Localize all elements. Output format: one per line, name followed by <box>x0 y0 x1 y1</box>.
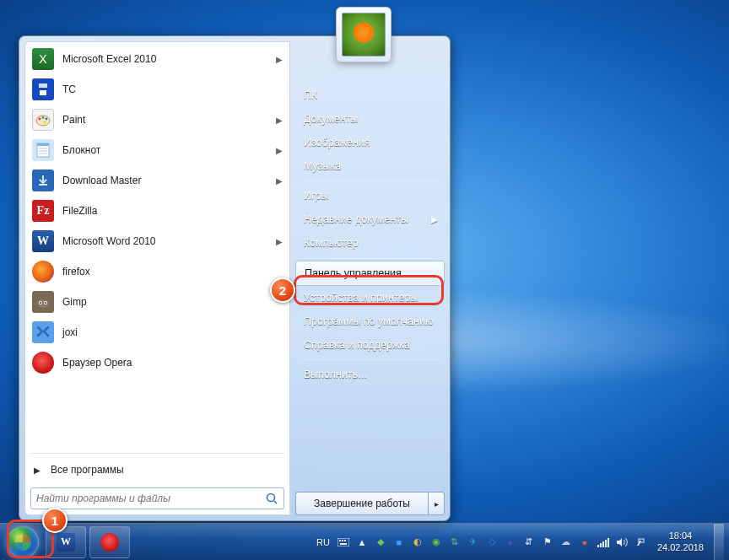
search-input[interactable] <box>36 493 265 504</box>
start-button[interactable] <box>3 524 42 561</box>
right-item-recent-documents[interactable]: Недавние документы▶ <box>295 207 445 231</box>
svg-rect-23 <box>339 540 341 541</box>
svg-rect-14 <box>39 184 47 186</box>
right-item-control-panel[interactable]: Панель управления <box>295 261 445 286</box>
joxi-icon <box>32 321 54 343</box>
right-item-devices-printers[interactable]: Устройства и принтеры <box>295 286 445 310</box>
svg-rect-2 <box>40 90 46 95</box>
tray-update-icon[interactable]: ◐ <box>411 536 424 549</box>
tray-dropbox-icon[interactable]: ◇ <box>485 536 499 549</box>
user-picture-flower-icon <box>342 13 386 57</box>
program-label: Microsoft Word 2010 <box>62 235 156 247</box>
right-item-documents[interactable]: Документы <box>295 107 445 131</box>
program-item-opera[interactable]: Браузер Opera <box>25 347 289 378</box>
svg-rect-31 <box>608 538 609 547</box>
program-item-joxi[interactable]: joxi <box>25 317 289 347</box>
power-icon[interactable] <box>634 536 647 549</box>
floppy-icon <box>32 78 54 100</box>
language-indicator[interactable]: RU <box>315 537 332 547</box>
svg-rect-1 <box>39 83 47 88</box>
svg-point-5 <box>42 116 45 119</box>
tray-opera-icon[interactable]: ● <box>578 536 591 549</box>
tray-app-icon[interactable]: ■ <box>392 536 406 549</box>
program-item-download-master[interactable]: Download Master ▶ <box>25 165 289 196</box>
program-item-tc[interactable]: TC <box>25 74 289 105</box>
program-label: joxi <box>62 326 78 338</box>
start-menu-search[interactable] <box>30 487 284 509</box>
divider <box>302 257 438 258</box>
program-item-gimp[interactable]: Gimp <box>25 287 289 317</box>
program-item-paint[interactable]: Paint ▶ <box>25 105 289 135</box>
tray-telegram-icon[interactable]: ✈ <box>467 536 480 549</box>
keyboard-icon[interactable] <box>337 536 350 549</box>
right-item-computer[interactable]: Компьютер <box>295 231 445 255</box>
user-account-picture[interactable] <box>336 7 392 62</box>
program-label: Gimp <box>62 296 87 308</box>
submenu-arrow-icon: ▶ <box>276 116 283 125</box>
program-label: TC <box>62 83 76 95</box>
taskbar-app-word[interactable]: W <box>46 526 86 558</box>
svg-point-18 <box>40 302 41 304</box>
svg-rect-22 <box>338 538 349 547</box>
svg-point-4 <box>39 118 41 121</box>
svg-rect-27 <box>597 545 599 547</box>
right-item-music[interactable]: Музыка <box>295 154 445 178</box>
svg-rect-25 <box>344 540 346 541</box>
taskbar-clock[interactable]: 18:04 24.02.2018 <box>652 530 709 552</box>
tray-overflow-icon[interactable]: ▲ <box>355 536 369 549</box>
tray-cloud-icon[interactable]: ☁ <box>559 536 573 549</box>
divider <box>30 453 284 454</box>
taskbar-app-opera[interactable] <box>89 526 130 558</box>
program-label: Paint <box>62 114 85 126</box>
all-programs-button[interactable]: ▶ Все программы <box>25 457 289 482</box>
tray-usb-icon[interactable]: ⇅ <box>448 536 462 549</box>
program-item-excel[interactable]: X Microsoft Excel 2010 ▶ <box>25 44 289 74</box>
search-icon[interactable] <box>265 492 278 505</box>
right-item-user[interactable]: ПК <box>295 83 445 107</box>
tray-shield-icon[interactable]: ◆ <box>374 536 387 549</box>
all-programs-label: Все программы <box>51 464 124 476</box>
opera-icon <box>100 533 119 552</box>
windows-orb-icon <box>7 526 39 558</box>
system-tray: RU ▲ ◆ ■ ◐ ◉ ⇅ ✈ ◇ ● ⇵ ⚑ ☁ ● 18:04 24.02… <box>315 524 726 561</box>
action-center-flag-icon[interactable]: ⚑ <box>541 536 554 549</box>
program-item-firefox[interactable]: firefox <box>25 256 289 287</box>
show-desktop-button[interactable] <box>714 524 724 561</box>
triangle-right-icon: ▶ <box>34 466 40 475</box>
svg-point-7 <box>44 121 46 124</box>
right-item-run[interactable]: Выполнить... <box>295 363 445 386</box>
shutdown-button[interactable]: Завершение работы <box>295 492 428 515</box>
program-label: Microsoft Excel 2010 <box>62 53 156 65</box>
tray-antivirus-icon[interactable]: ● <box>504 536 517 549</box>
start-menu-program-list: X Microsoft Excel 2010 ▶ TC Paint ▶ <box>25 42 289 450</box>
svg-point-6 <box>46 118 48 121</box>
network-signal-icon[interactable] <box>597 536 610 549</box>
tray-network-icon[interactable]: ⇵ <box>522 536 536 549</box>
firefox-icon <box>32 261 54 283</box>
program-item-filezilla[interactable]: Fz FileZilla <box>25 196 289 226</box>
notepad-icon <box>32 139 54 161</box>
right-item-games[interactable]: Игры <box>295 184 445 207</box>
shutdown-options-button[interactable]: ▸ <box>428 492 445 515</box>
right-item-default-programs[interactable]: Программы по умолчанию <box>295 310 445 333</box>
submenu-arrow-icon: ▶ <box>276 176 283 186</box>
submenu-arrow-icon: ▶ <box>276 237 283 246</box>
taskbar: W RU ▲ ◆ ■ ◐ ◉ ⇅ ✈ ◇ ● ⇵ ⚑ ☁ ● 18:04 24.… <box>0 523 729 560</box>
program-item-word[interactable]: W Microsoft Word 2010 ▶ <box>25 226 289 256</box>
program-label: firefox <box>62 266 90 277</box>
program-label: Блокнот <box>62 144 100 156</box>
right-item-help[interactable]: Справка и поддержка <box>295 333 445 357</box>
tray-nvidia-icon[interactable]: ◉ <box>429 536 443 549</box>
svg-point-19 <box>45 302 46 304</box>
divider <box>302 359 438 360</box>
start-menu-left-pane: X Microsoft Excel 2010 ▶ TC Paint ▶ <box>24 41 290 515</box>
paint-icon <box>32 109 54 131</box>
right-item-pictures[interactable]: Изображения <box>295 131 445 154</box>
program-item-notepad[interactable]: Блокнот ▶ <box>25 135 289 165</box>
svg-point-15 <box>37 299 49 308</box>
word-icon: W <box>57 533 75 552</box>
svg-rect-29 <box>602 541 604 547</box>
clock-time: 18:04 <box>657 530 704 541</box>
svg-point-20 <box>267 494 275 502</box>
volume-icon[interactable] <box>615 536 629 549</box>
